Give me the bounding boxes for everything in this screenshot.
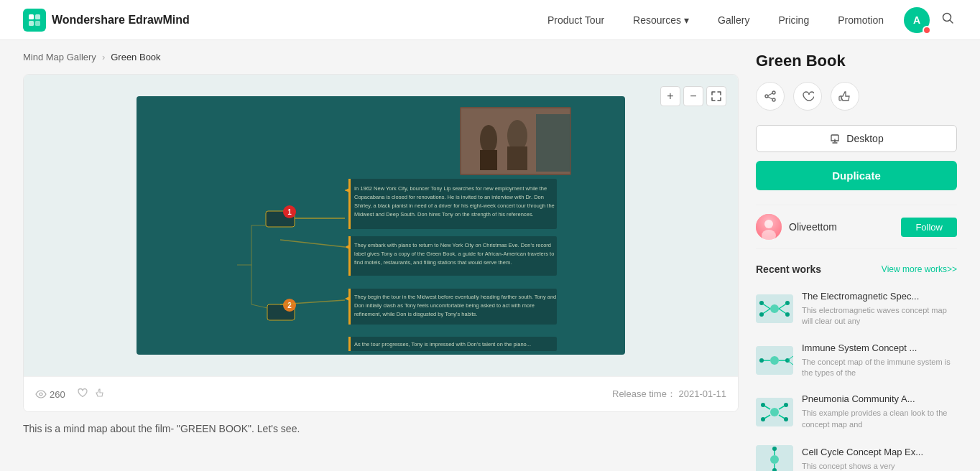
svg-point-52 [765, 95, 768, 98]
follow-button[interactable]: Follow [901, 218, 957, 237]
svg-text:Copacabana is closed for renov: Copacabana is closed for renovations. He… [354, 194, 544, 200]
svg-point-59 [764, 220, 773, 228]
author-avatar [756, 214, 782, 240]
nav-promotion[interactable]: Promotion [826, 9, 895, 32]
svg-point-80 [770, 408, 779, 416]
header: Wondershare EdrawMind Product Tour Resou… [0, 0, 980, 40]
breadcrumb-current: Green Book [111, 52, 160, 62]
svg-line-55 [768, 97, 772, 99]
svg-point-86 [761, 417, 765, 421]
notification-badge [923, 26, 931, 34]
view-more-link[interactable]: View more works>> [882, 264, 957, 274]
svg-point-72 [770, 356, 779, 365]
svg-rect-11 [480, 150, 497, 170]
desktop-button[interactable]: Desktop [756, 125, 957, 152]
breadcrumb: Mind Map Gallery › Green Book [23, 52, 739, 62]
svg-point-67 [759, 301, 764, 305]
page-body: Mind Map Gallery › Green Book + − [0, 40, 980, 471]
description: This is a mind map about the film- "GREE… [23, 421, 739, 437]
work-thumb [756, 346, 793, 375]
svg-rect-3 [35, 21, 40, 26]
svg-text:In 1962 New York City, bouncer: In 1962 New York City, bouncer Tony Lip … [354, 185, 547, 192]
like-button[interactable] [74, 386, 91, 403]
svg-point-93 [772, 447, 777, 451]
zoom-in-button[interactable]: + [660, 86, 680, 106]
mind-map-svg: 1 In 1962 New York City, bouncer Tony Li… [137, 96, 625, 355]
recent-work-item[interactable]: Pneumonia Community A... This example pr… [756, 386, 957, 438]
main-nav: Product Tour Resources ▾ Gallery Pricing… [536, 9, 895, 32]
breadcrumb-separator: › [102, 52, 105, 62]
recent-work-item[interactable]: The Electromagnetic Spec... This electro… [756, 284, 957, 335]
svg-rect-2 [29, 21, 34, 26]
avatar[interactable]: A [904, 7, 930, 33]
work-info: Pneumonia Community A... This example pr… [802, 393, 957, 430]
svg-line-54 [768, 93, 772, 95]
recent-work-item[interactable]: Immune System Concept ... The concept ma… [756, 335, 957, 387]
fullscreen-button[interactable] [706, 86, 726, 106]
work-info: The Electromagnetic Spec... This electro… [802, 291, 957, 327]
svg-point-88 [784, 417, 788, 421]
work-info: Cell Cycle Concept Map Ex... This concep… [802, 447, 923, 471]
work-thumb [756, 294, 793, 323]
duplicate-button[interactable]: Duplicate [756, 161, 957, 190]
main-content: Mind Map Gallery › Green Book + − [23, 52, 739, 471]
logo-icon [23, 9, 46, 32]
thumbup-icon-button[interactable] [831, 82, 859, 111]
work-thumb [756, 445, 793, 471]
svg-rect-56 [839, 96, 841, 101]
svg-text:They begin the tour in the Mid: They begin the tour in the Midwest befor… [354, 294, 556, 300]
svg-point-53 [772, 98, 775, 101]
svg-text:refinement, while Don is disgu: refinement, while Don is disgusted by To… [354, 311, 477, 317]
stats-bar: 260 Release time： 2021-01-11 [24, 376, 738, 411]
svg-point-87 [784, 403, 788, 407]
mind-map-canvas: 1 In 1962 New York City, bouncer Tony Li… [24, 75, 738, 376]
work-thumb [756, 398, 793, 426]
svg-text:label gives Tony a copy of the: label gives Tony a copy of the Green Boo… [354, 251, 554, 257]
sidebar-title: Green Book [756, 52, 957, 70]
svg-rect-12 [507, 146, 527, 170]
share-button[interactable] [756, 82, 785, 111]
svg-point-69 [785, 301, 790, 305]
recent-works-list: The Electromagnetic Spec... This electro… [756, 284, 957, 471]
viewer-controls: + − [660, 86, 726, 106]
nav-pricing[interactable]: Pricing [767, 9, 820, 32]
action-icons [756, 82, 957, 111]
svg-rect-28 [348, 236, 351, 276]
work-info: Immune System Concept ... The concept ma… [802, 342, 957, 379]
svg-point-4 [943, 14, 951, 22]
svg-rect-34 [348, 289, 351, 325]
recent-works-header: Recent works View more works>> [756, 264, 957, 275]
search-button[interactable] [938, 9, 957, 31]
zoom-out-button[interactable]: − [683, 86, 703, 106]
svg-text:2: 2 [287, 302, 292, 309]
svg-text:Shirley, a black pianist in ne: Shirley, a black pianist in need of a dr… [354, 202, 555, 209]
recent-work-item[interactable]: Cell Cycle Concept Map Ex... This concep… [756, 438, 957, 471]
thumbup-button[interactable] [91, 386, 108, 403]
mind-map-viewer: + − [23, 74, 739, 412]
svg-point-70 [785, 312, 790, 317]
release-time: Release time： 2021-01-11 [612, 388, 726, 401]
svg-text:1: 1 [287, 208, 292, 216]
nav-product-tour[interactable]: Product Tour [536, 9, 616, 32]
svg-point-9 [480, 125, 497, 154]
svg-rect-19 [348, 179, 351, 229]
svg-point-90 [770, 455, 779, 464]
breadcrumb-parent[interactable]: Mind Map Gallery [23, 52, 96, 62]
nav-resources[interactable]: Resources ▾ [621, 9, 701, 32]
svg-point-75 [759, 358, 764, 363]
svg-point-62 [770, 304, 779, 313]
logo[interactable]: Wondershare EdrawMind [23, 9, 190, 32]
svg-text:Midwest and Deep South. Don hi: Midwest and Deep South. Don hires Tony o… [354, 211, 534, 218]
svg-line-5 [951, 21, 953, 24]
svg-rect-1 [35, 14, 40, 19]
svg-rect-13 [536, 114, 570, 172]
like-heart-button[interactable] [793, 82, 822, 111]
svg-text:find motels, restaurants, and : find motels, restaurants, and filling st… [354, 259, 512, 266]
svg-rect-40 [348, 337, 351, 351]
view-count: 260 [35, 388, 65, 400]
svg-point-51 [772, 91, 775, 94]
svg-point-85 [761, 403, 765, 407]
nav-gallery[interactable]: Gallery [706, 9, 761, 32]
logo-text: Wondershare EdrawMind [52, 14, 190, 27]
recent-works-title: Recent works [756, 264, 821, 275]
